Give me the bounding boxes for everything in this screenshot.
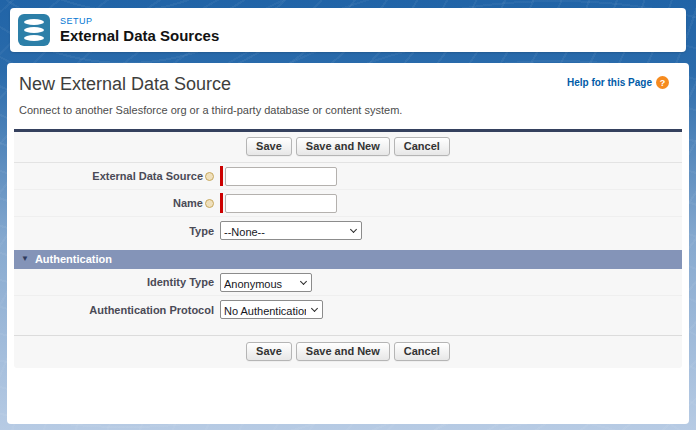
name-input[interactable] (225, 194, 337, 213)
required-marker (220, 166, 223, 186)
type-select[interactable]: --None-- (221, 224, 361, 241)
identity-type-label-cell: Identity Type (14, 276, 214, 288)
authentication-protocol-select[interactable]: No Authentication (221, 303, 322, 320)
help-link-label: Help for this Page (567, 77, 652, 88)
setup-title: External Data Sources (60, 27, 219, 44)
required-marker (220, 193, 223, 213)
title-area: New External Data Source Help for this P… (7, 63, 689, 116)
name-label: Name (173, 197, 203, 209)
type-label: Type (189, 225, 214, 237)
top-toolbar: Save Save and New Cancel (14, 132, 682, 163)
setup-header: SETUP External Data Sources (10, 8, 686, 52)
authentication-protocol-label: Authentication Protocol (89, 304, 214, 316)
authentication-section-label: Authentication (35, 253, 112, 265)
field-help-icon[interactable] (205, 199, 214, 208)
save-button[interactable]: Save (246, 342, 292, 361)
cancel-button[interactable]: Cancel (394, 137, 450, 156)
cancel-button[interactable]: Cancel (394, 342, 450, 361)
name-row: Name (14, 190, 682, 217)
authentication-section-header[interactable]: ▼ Authentication (14, 250, 682, 269)
form-block: Save Save and New Cancel External Data S… (14, 129, 682, 368)
type-label-cell: Type (14, 225, 214, 237)
setup-eyebrow: SETUP (60, 16, 219, 26)
identity-type-label: Identity Type (147, 276, 214, 288)
field-help-icon[interactable] (205, 172, 214, 181)
help-for-this-page-link[interactable]: Help for this Page ? (567, 76, 669, 89)
help-icon[interactable]: ? (656, 76, 669, 89)
type-row: Type --None-- (14, 217, 682, 244)
authentication-protocol-row: Authentication Protocol No Authenticatio… (14, 296, 682, 323)
bottom-toolbar: Save Save and New Cancel (14, 335, 682, 368)
save-and-new-button[interactable]: Save and New (296, 137, 390, 156)
external-data-source-label: External Data Source (92, 170, 203, 182)
external-data-source-input[interactable] (225, 167, 337, 186)
content-card: New External Data Source Help for this P… (7, 63, 689, 424)
database-icon (18, 14, 50, 46)
save-and-new-button[interactable]: Save and New (296, 342, 390, 361)
external-data-source-row: External Data Source (14, 163, 682, 190)
identity-type-row: Identity Type Anonymous (14, 269, 682, 296)
identity-type-select[interactable]: Anonymous (221, 275, 311, 292)
page-subtitle: Connect to another Salesforce org or a t… (19, 104, 677, 116)
collapse-triangle-icon[interactable]: ▼ (21, 255, 29, 263)
save-button[interactable]: Save (246, 137, 292, 156)
external-data-source-label-cell: External Data Source (14, 170, 214, 182)
authentication-protocol-label-cell: Authentication Protocol (14, 304, 214, 316)
name-label-cell: Name (14, 197, 214, 209)
